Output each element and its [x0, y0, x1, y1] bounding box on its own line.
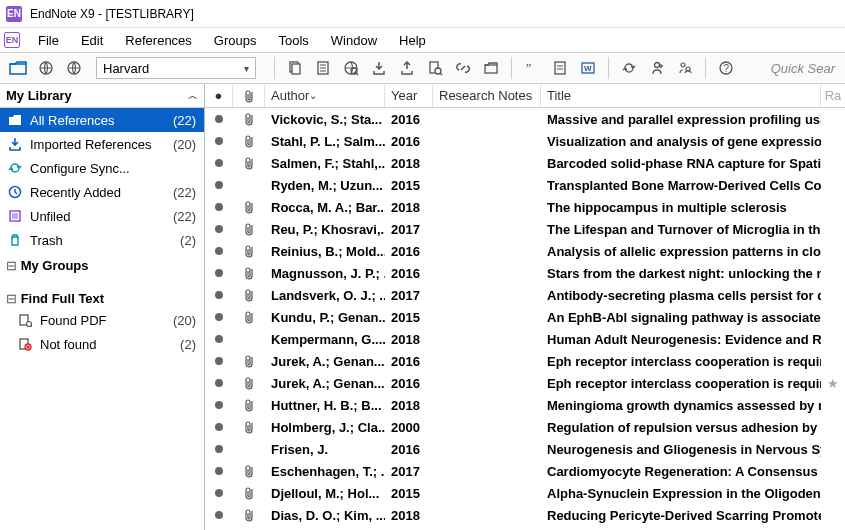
sidebar-group-findfulltext[interactable]: Find Full Text — [0, 285, 204, 308]
sidebar-item-count: (22) — [173, 113, 196, 128]
capture-icon[interactable] — [673, 56, 697, 80]
local-library-mode-icon[interactable] — [6, 56, 30, 80]
menu-edit[interactable]: Edit — [71, 31, 113, 50]
cell-notes — [433, 152, 541, 174]
sidebar-item-trash[interactable]: Trash(2) — [0, 228, 204, 252]
menu-window[interactable]: Window — [321, 31, 387, 50]
cell-title: Meningioma growth dynamics assessed by r… — [541, 394, 821, 416]
cell-rating — [821, 108, 845, 130]
table-row[interactable]: Holmberg, J.; Cla...2000Regulation of re… — [205, 416, 845, 438]
table-row[interactable]: Borgstrom, E.; P...2017Comparison of who… — [205, 526, 845, 530]
table-row[interactable]: Reu, P.; Khosravi,...2017The Lifespan an… — [205, 218, 845, 240]
sync-icon[interactable] — [617, 56, 641, 80]
table-row[interactable]: Magnusson, J. P.; ...2016Stars from the … — [205, 262, 845, 284]
col-attachment[interactable] — [233, 84, 265, 107]
read-status-icon — [205, 174, 233, 196]
new-group-icon[interactable] — [479, 56, 503, 80]
sidebar-item-configure-sync-[interactable]: Configure Sync... — [0, 156, 204, 180]
table-row[interactable]: Djelloul, M.; Hol...2015Alpha-Synuclein … — [205, 482, 845, 504]
svg-line-37 — [31, 326, 32, 327]
attachment-icon — [233, 350, 265, 372]
cell-author: Jurek, A.; Genan... — [265, 372, 385, 394]
integrated-mode-icon[interactable] — [62, 56, 86, 80]
cell-author: Landsverk, O. J.; ... — [265, 284, 385, 306]
attachment-icon — [233, 262, 265, 284]
table-row[interactable]: Dias, D. O.; Kim, ...2018Reducing Pericy… — [205, 504, 845, 526]
svg-text:”: ” — [526, 61, 531, 75]
table-row[interactable]: Stahl, P. L.; Salm...2016Visualization a… — [205, 130, 845, 152]
read-status-icon — [205, 350, 233, 372]
table-row[interactable]: Jurek, A.; Genan...2016Eph receptor inte… — [205, 350, 845, 372]
table-row[interactable]: Jurek, A.; Genan...2016Eph receptor inte… — [205, 372, 845, 394]
sidebar-item-not-found[interactable]: Not found(2) — [0, 332, 204, 356]
trash-icon — [8, 233, 24, 247]
online-search-icon[interactable] — [339, 56, 363, 80]
separator — [705, 57, 706, 79]
col-author[interactable]: Author — [265, 84, 385, 107]
help-icon[interactable]: ? — [714, 56, 738, 80]
cell-rating — [821, 526, 845, 530]
format-bibliography-icon[interactable] — [548, 56, 572, 80]
cell-author: Reu, P.; Khosravi,... — [265, 218, 385, 240]
copy-icon[interactable] — [283, 56, 307, 80]
cell-notes — [433, 130, 541, 152]
insert-citation-icon[interactable]: ” — [520, 56, 544, 80]
menu-file[interactable]: File — [28, 31, 69, 50]
attachment-icon — [233, 108, 265, 130]
col-rating[interactable]: Ra — [821, 84, 845, 107]
sidebar-item-recently-added[interactable]: Recently Added(22) — [0, 180, 204, 204]
menu-groups[interactable]: Groups — [204, 31, 267, 50]
read-status-icon — [205, 526, 233, 530]
col-research-notes[interactable]: Research Notes — [433, 84, 541, 107]
cell-title: The hippocampus in multiple sclerosis — [541, 196, 821, 218]
quick-search-input[interactable]: Quick Sear — [771, 61, 839, 76]
svg-line-14 — [440, 73, 442, 75]
cell-year: 2016 — [385, 372, 433, 394]
cell-rating — [821, 416, 845, 438]
open-link-icon[interactable] — [451, 56, 475, 80]
cell-rating — [821, 482, 845, 504]
menu-tools[interactable]: Tools — [268, 31, 318, 50]
import-icon[interactable] — [367, 56, 391, 80]
table-row[interactable]: Vickovic, S.; Sta...2016Massive and para… — [205, 108, 845, 130]
table-row[interactable]: Landsverk, O. J.; ...2017Antibody-secret… — [205, 284, 845, 306]
read-status-icon — [205, 240, 233, 262]
svg-text:W: W — [584, 64, 592, 73]
table-row[interactable]: Kempermann, G....2018Human Adult Neuroge… — [205, 328, 845, 350]
sidebar-item-found-pdf[interactable]: Found PDF(20) — [0, 308, 204, 332]
sidebar-group-mygroups[interactable]: My Groups — [0, 252, 204, 275]
col-year[interactable]: Year — [385, 84, 433, 107]
col-read-status[interactable]: ● — [205, 84, 233, 107]
menu-help[interactable]: Help — [389, 31, 436, 50]
menu-references[interactable]: References — [115, 31, 201, 50]
new-reference-icon[interactable] — [311, 56, 335, 80]
clock-icon — [8, 185, 24, 199]
sidebar-item-unfiled[interactable]: Unfiled(22) — [0, 204, 204, 228]
cell-author: Eschenhagen, T.; ... — [265, 460, 385, 482]
cell-notes — [433, 504, 541, 526]
output-style-value: Harvard — [103, 61, 149, 76]
title-bar: EN EndNote X9 - [TESTLIBRARY] — [0, 0, 845, 28]
export-icon[interactable] — [395, 56, 419, 80]
table-row[interactable]: Reinius, B.; Mold...2016Analysis of alle… — [205, 240, 845, 262]
online-search-mode-icon[interactable] — [34, 56, 58, 80]
table-row[interactable]: Huttner, H. B.; B...2018Meningioma growt… — [205, 394, 845, 416]
cell-rating — [821, 394, 845, 416]
table-row[interactable]: Eschenhagen, T.; ...2017Cardiomyocyte Re… — [205, 460, 845, 482]
find-full-text-icon[interactable] — [423, 56, 447, 80]
sidebar-item-imported-references[interactable]: Imported References(20) — [0, 132, 204, 156]
sidebar-header[interactable]: My Library ︿ — [0, 84, 204, 108]
share-icon[interactable] — [645, 56, 669, 80]
table-row[interactable]: Salmen, F.; Stahl,...2018Barcoded solid-… — [205, 152, 845, 174]
col-title[interactable]: Title — [541, 84, 821, 107]
table-row[interactable]: Rocca, M. A.; Bar...2018The hippocampus … — [205, 196, 845, 218]
go-to-word-icon[interactable]: W — [576, 56, 600, 80]
svg-rect-17 — [555, 62, 565, 74]
cell-year: 2015 — [385, 174, 433, 196]
table-row[interactable]: Ryden, M.; Uzun...2015Transplanted Bone … — [205, 174, 845, 196]
table-row[interactable]: Kundu, P.; Genan...2015An EphB-Abl signa… — [205, 306, 845, 328]
svg-point-36 — [27, 322, 32, 327]
sidebar-item-all-references[interactable]: All References(22) — [0, 108, 204, 132]
table-row[interactable]: Frisen, J.2016Neurogenesis and Gliogenes… — [205, 438, 845, 460]
output-style-select[interactable]: Harvard ▾ — [96, 57, 256, 79]
